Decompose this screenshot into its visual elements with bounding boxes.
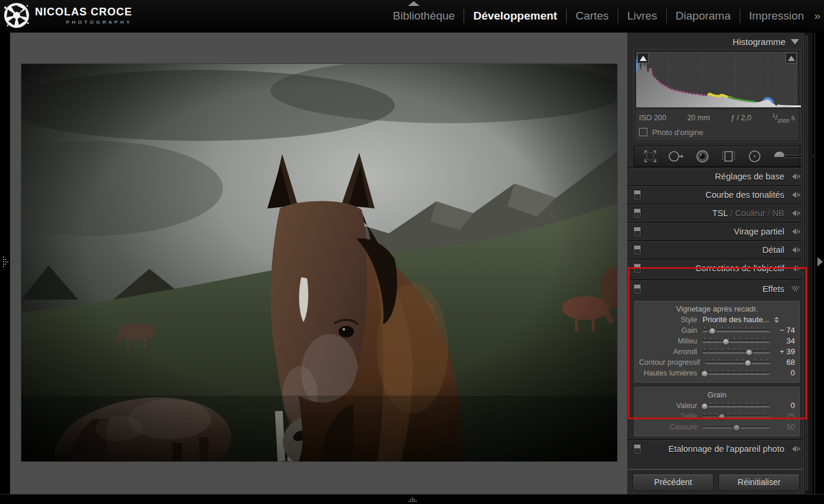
tool-strip: [634, 146, 800, 167]
panel-enable-toggle[interactable]: [633, 284, 641, 294]
slider-thumb[interactable]: [733, 424, 740, 431]
logo-subtitle: PHOTOGRAPHY: [66, 20, 132, 25]
slider-thumb[interactable]: [708, 328, 716, 335]
spot-removal-tool[interactable]: [664, 147, 689, 165]
slider-thumb[interactable]: [744, 359, 752, 367]
dropdown-updown-icon[interactable]: [774, 317, 779, 323]
highlight-clipping-indicator[interactable]: [785, 53, 797, 63]
histogram-graph[interactable]: [635, 51, 799, 109]
slider-thumb[interactable]: [701, 403, 708, 410]
app-logo: NICOLAS CROCE PHOTOGRAPHY: [3, 2, 132, 29]
bottom-panel-reveal-grip[interactable]: [407, 497, 418, 503]
panel-footer: Précédent Réinitialiser: [627, 469, 805, 491]
collapse-triangle-icon[interactable]: [791, 39, 799, 44]
vignette-section-title: Vignetage après recadr.: [639, 304, 795, 314]
exif-shutter: 1/2000 s: [772, 113, 795, 124]
milieu-slider[interactable]: [702, 336, 770, 346]
panel-corrections-objectif[interactable]: Corrections de l'objectif: [627, 259, 805, 277]
top-panel-reveal-arrow[interactable]: [408, 1, 420, 6]
panel-title: Virage partiel: [641, 227, 790, 236]
panel-enable-toggle[interactable]: [633, 263, 641, 274]
panel-reglages-de-base[interactable]: Réglages de base: [627, 167, 805, 185]
slider-row-milieu: Milieu 34: [639, 336, 795, 346]
slider-thumb[interactable]: [722, 338, 730, 345]
panel-enable-toggle[interactable]: [633, 208, 641, 219]
previous-button[interactable]: Précédent: [633, 474, 714, 491]
expand-arrow-icon[interactable]: [790, 191, 800, 198]
panel-title: Réglages de base: [640, 172, 790, 181]
gain-slider[interactable]: [702, 326, 770, 335]
slider-row-gain: Gain − 74: [639, 325, 795, 336]
left-panel-reveal-arrow[interactable]: [2, 256, 9, 268]
module-impression[interactable]: Impression: [740, 9, 813, 23]
panel-etalonnage[interactable]: Etalonnage de l'appareil photo: [627, 439, 805, 458]
style-label: Style: [639, 316, 702, 324]
slider-thumb[interactable]: [718, 413, 726, 420]
slider-thumb[interactable]: [701, 370, 708, 377]
panel-title: TSL/Couleur/NB: [641, 208, 790, 218]
panel-tsl-couleur-nb[interactable]: TSL/Couleur/NB: [627, 204, 805, 222]
taille-slider[interactable]: [702, 412, 770, 421]
slider-row-hautes-lumieres: Hautes lumières 0: [639, 368, 795, 378]
develop-canvas-area: [11, 33, 627, 494]
expand-arrow-icon[interactable]: [790, 210, 800, 217]
red-eye-correction-tool[interactable]: [690, 147, 715, 165]
expand-arrow-icon[interactable]: [790, 246, 800, 253]
panel-enable-toggle[interactable]: [633, 444, 641, 454]
histogram-title: Histogramme: [733, 37, 785, 47]
develop-right-panel: Histogramme ISO 200 20 mm ƒ / 2,0 1/2000…: [627, 33, 805, 494]
effects-panel: Effets Vignetage après recadr. Style Pri…: [627, 280, 805, 437]
panel-courbe-des-tonalites[interactable]: Courbe des tonalités: [627, 185, 805, 204]
slider-row-cassure: Cassure 50: [639, 422, 795, 432]
exif-info-row: ISO 200 20 mm ƒ / 2,0 1/2000 s: [634, 110, 800, 125]
expand-arrow-icon[interactable]: [790, 265, 800, 272]
style-dropdown[interactable]: Priorité des haute...: [702, 315, 769, 324]
panel-detail[interactable]: Détail: [627, 240, 805, 259]
module-livres[interactable]: Livres: [618, 9, 666, 23]
graduated-filter-tool[interactable]: [716, 147, 741, 165]
expand-arrow-icon[interactable]: [790, 173, 800, 180]
exif-iso: ISO 200: [639, 114, 666, 122]
module-overflow-chevrons[interactable]: »: [813, 9, 820, 23]
scrollbar-thumb[interactable]: [803, 35, 809, 491]
panel-enable-toggle[interactable]: [633, 190, 641, 200]
panel-title: Courbe des tonalités: [641, 190, 790, 200]
reset-button[interactable]: Réinitialiser: [718, 474, 800, 491]
slider-thumb[interactable]: [745, 349, 753, 356]
photo-canvas[interactable]: [21, 64, 617, 461]
collapse-dotted-triangle-icon[interactable]: [790, 286, 800, 291]
contour-progressif-slider[interactable]: [705, 358, 770, 367]
vignette-style-row: Style Priorité des haute...: [639, 314, 795, 325]
panel-enable-toggle[interactable]: [633, 245, 641, 255]
expand-arrow-icon[interactable]: [790, 228, 800, 235]
exif-focal: 20 mm: [687, 114, 710, 122]
post-crop-vignette-section: Vignetage après recadr. Style Priorité d…: [634, 300, 800, 383]
expand-arrow-icon[interactable]: [790, 445, 800, 452]
original-photo-checkbox[interactable]: [639, 128, 647, 136]
right-panel-reveal-arrow[interactable]: [817, 257, 823, 267]
histogram-panel-header[interactable]: Histogramme: [627, 34, 799, 49]
crop-overlay-tool[interactable]: [638, 147, 663, 165]
grain-section-title: Grain: [639, 390, 795, 400]
valeur-slider[interactable]: [702, 401, 770, 410]
module-picker: Bibliothèque Développement Cartes Livres…: [384, 9, 820, 23]
hautes-lumieres-slider[interactable]: [702, 368, 770, 378]
panel-enable-toggle[interactable]: [633, 226, 641, 237]
module-developpement[interactable]: Développement: [464, 9, 566, 23]
panel-title: Corrections de l'objectif: [641, 264, 790, 273]
slider-row-contour-progressif: Contour progressif 68: [639, 357, 795, 368]
aperture-logo-icon: [3, 2, 30, 29]
radial-filter-tool[interactable]: [742, 147, 767, 165]
module-diaporama[interactable]: Diaporama: [666, 9, 740, 23]
original-photo-row: Photo d'origine: [634, 125, 800, 142]
right-panel-scrollbar[interactable]: [806, 33, 813, 494]
panel-virage-partiel[interactable]: Virage partiel: [627, 222, 805, 240]
module-bibliotheque[interactable]: Bibliothèque: [384, 9, 464, 23]
arrondi-slider[interactable]: [702, 347, 770, 357]
slider-row-valeur: Valeur 0: [639, 400, 795, 411]
histogram-box: ISO 200 20 mm ƒ / 2,0 1/2000 s Photo d'o…: [634, 49, 800, 142]
panel-effets-header[interactable]: Effets: [627, 280, 805, 298]
shadow-clipping-indicator[interactable]: [637, 53, 649, 63]
cassure-slider[interactable]: [702, 422, 770, 432]
module-cartes[interactable]: Cartes: [566, 9, 618, 23]
